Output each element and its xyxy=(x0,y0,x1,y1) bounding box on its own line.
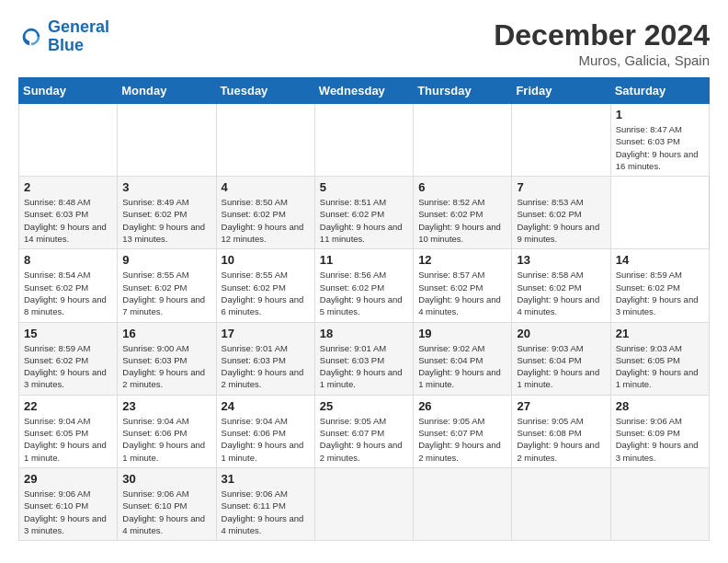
day-of-week-monday: Monday xyxy=(118,78,216,104)
calendar-table: SundayMondayTuesdayWednesdayThursdayFrid… xyxy=(18,77,710,541)
calendar-week-6: 29Sunrise: 9:06 AMSunset: 6:10 PMDayligh… xyxy=(19,467,710,540)
day-number: 8 xyxy=(24,253,112,267)
calendar-week-1: 1Sunrise: 8:47 AMSunset: 6:03 PMDaylight… xyxy=(19,104,710,177)
day-cell-2: 2Sunrise: 8:48 AMSunset: 6:03 PMDaylight… xyxy=(19,177,118,249)
day-of-week-sunday: Sunday xyxy=(19,78,118,104)
day-cell-13: 13Sunrise: 8:58 AMSunset: 6:02 PMDayligh… xyxy=(512,249,610,322)
day-info: Sunrise: 8:48 AMSunset: 6:03 PMDaylight:… xyxy=(24,196,112,245)
calendar-week-3: 8Sunrise: 8:54 AMSunset: 6:02 PMDaylight… xyxy=(19,249,710,322)
day-cell-27: 27Sunrise: 9:05 AMSunset: 6:08 PMDayligh… xyxy=(512,395,610,467)
day-number: 23 xyxy=(122,399,210,413)
day-info: Sunrise: 8:59 AMSunset: 6:02 PMDaylight:… xyxy=(24,342,112,391)
day-number: 6 xyxy=(418,180,506,194)
day-cell-7: 7Sunrise: 8:53 AMSunset: 6:02 PMDaylight… xyxy=(512,177,610,249)
day-number: 28 xyxy=(616,399,704,413)
day-info: Sunrise: 9:05 AMSunset: 6:08 PMDaylight:… xyxy=(517,415,605,464)
day-info: Sunrise: 9:06 AMSunset: 6:10 PMDaylight:… xyxy=(122,488,210,536)
day-cell-25: 25Sunrise: 9:05 AMSunset: 6:07 PMDayligh… xyxy=(314,395,413,467)
day-info: Sunrise: 9:06 AMSunset: 6:09 PMDaylight:… xyxy=(616,415,704,464)
page-header: General Blue December 2024 Muros, Galici… xyxy=(18,18,710,68)
location: Muros, Galicia, Spain xyxy=(494,52,710,68)
day-number: 12 xyxy=(418,253,506,267)
logo-icon xyxy=(18,24,44,50)
day-info: Sunrise: 8:49 AMSunset: 6:02 PMDaylight:… xyxy=(122,196,210,245)
day-cell-4: 4Sunrise: 8:50 AMSunset: 6:02 PMDaylight… xyxy=(216,177,314,249)
day-number: 11 xyxy=(320,253,408,267)
day-number: 29 xyxy=(24,472,112,486)
day-cell-1: 1Sunrise: 8:47 AMSunset: 6:03 PMDaylight… xyxy=(610,104,709,177)
day-cell-19: 19Sunrise: 9:02 AMSunset: 6:04 PMDayligh… xyxy=(414,322,512,395)
day-info: Sunrise: 8:50 AMSunset: 6:02 PMDaylight:… xyxy=(222,196,310,245)
title-block: December 2024 Muros, Galicia, Spain xyxy=(494,18,710,68)
day-cell-11: 11Sunrise: 8:56 AMSunset: 6:02 PMDayligh… xyxy=(314,249,413,322)
day-number: 26 xyxy=(418,399,506,413)
calendar-week-4: 15Sunrise: 8:59 AMSunset: 6:02 PMDayligh… xyxy=(19,322,710,395)
empty-cell xyxy=(414,104,512,177)
empty-cell xyxy=(19,104,118,177)
day-number: 15 xyxy=(24,327,112,340)
day-info: Sunrise: 9:05 AMSunset: 6:07 PMDaylight:… xyxy=(320,415,408,464)
day-cell-15: 15Sunrise: 8:59 AMSunset: 6:02 PMDayligh… xyxy=(19,322,118,395)
day-info: Sunrise: 8:51 AMSunset: 6:02 PMDaylight:… xyxy=(320,196,408,245)
day-info: Sunrise: 9:00 AMSunset: 6:03 PMDaylight:… xyxy=(122,342,210,391)
day-cell-17: 17Sunrise: 9:01 AMSunset: 6:03 PMDayligh… xyxy=(216,322,314,395)
day-number: 19 xyxy=(418,327,506,340)
empty-cell xyxy=(118,104,216,177)
day-info: Sunrise: 8:58 AMSunset: 6:02 PMDaylight:… xyxy=(517,269,605,317)
day-number: 14 xyxy=(616,253,704,267)
day-number: 24 xyxy=(222,399,310,413)
day-cell-21: 21Sunrise: 9:03 AMSunset: 6:05 PMDayligh… xyxy=(610,322,709,395)
day-info: Sunrise: 9:04 AMSunset: 6:06 PMDaylight:… xyxy=(222,415,310,464)
day-number: 22 xyxy=(24,399,112,413)
logo: General Blue xyxy=(18,18,109,55)
day-number: 30 xyxy=(122,472,210,486)
day-of-week-thursday: Thursday xyxy=(414,78,512,104)
day-number: 2 xyxy=(24,180,112,194)
day-cell-3: 3Sunrise: 8:49 AMSunset: 6:02 PMDaylight… xyxy=(118,177,216,249)
day-info: Sunrise: 9:05 AMSunset: 6:07 PMDaylight:… xyxy=(418,415,506,464)
day-cell-20: 20Sunrise: 9:03 AMSunset: 6:04 PMDayligh… xyxy=(512,322,610,395)
day-cell-10: 10Sunrise: 8:55 AMSunset: 6:02 PMDayligh… xyxy=(216,249,314,322)
calendar-week-5: 22Sunrise: 9:04 AMSunset: 6:05 PMDayligh… xyxy=(19,395,710,467)
day-number: 21 xyxy=(616,327,704,340)
day-info: Sunrise: 9:06 AMSunset: 6:10 PMDaylight:… xyxy=(24,488,112,536)
day-info: Sunrise: 8:56 AMSunset: 6:02 PMDaylight:… xyxy=(320,269,408,317)
day-number: 27 xyxy=(517,399,605,413)
day-of-week-friday: Friday xyxy=(512,78,610,104)
empty-cell xyxy=(314,104,413,177)
empty-cell xyxy=(314,467,413,540)
day-cell-22: 22Sunrise: 9:04 AMSunset: 6:05 PMDayligh… xyxy=(19,395,118,467)
day-info: Sunrise: 8:52 AMSunset: 6:02 PMDaylight:… xyxy=(418,196,506,245)
day-info: Sunrise: 8:53 AMSunset: 6:02 PMDaylight:… xyxy=(517,196,605,245)
day-cell-31: 31Sunrise: 9:06 AMSunset: 6:11 PMDayligh… xyxy=(216,467,314,540)
day-info: Sunrise: 8:54 AMSunset: 6:02 PMDaylight:… xyxy=(24,269,112,317)
day-info: Sunrise: 9:02 AMSunset: 6:04 PMDaylight:… xyxy=(418,342,506,391)
day-number: 3 xyxy=(122,180,210,194)
day-cell-12: 12Sunrise: 8:57 AMSunset: 6:02 PMDayligh… xyxy=(414,249,512,322)
empty-cell xyxy=(512,467,610,540)
day-number: 20 xyxy=(517,327,605,340)
day-number: 7 xyxy=(517,180,605,194)
month-year: December 2024 xyxy=(494,18,710,52)
day-cell-26: 26Sunrise: 9:05 AMSunset: 6:07 PMDayligh… xyxy=(414,395,512,467)
day-cell-9: 9Sunrise: 8:55 AMSunset: 6:02 PMDaylight… xyxy=(118,249,216,322)
day-number: 25 xyxy=(320,399,408,413)
day-cell-29: 29Sunrise: 9:06 AMSunset: 6:10 PMDayligh… xyxy=(19,467,118,540)
day-number: 5 xyxy=(320,180,408,194)
day-number: 16 xyxy=(122,327,210,340)
logo-text: General Blue xyxy=(48,18,109,55)
day-cell-30: 30Sunrise: 9:06 AMSunset: 6:10 PMDayligh… xyxy=(118,467,216,540)
day-info: Sunrise: 8:55 AMSunset: 6:02 PMDaylight:… xyxy=(222,269,310,317)
day-of-week-tuesday: Tuesday xyxy=(216,78,314,104)
calendar-week-2: 2Sunrise: 8:48 AMSunset: 6:03 PMDaylight… xyxy=(19,177,710,249)
day-cell-5: 5Sunrise: 8:51 AMSunset: 6:02 PMDaylight… xyxy=(314,177,413,249)
day-cell-6: 6Sunrise: 8:52 AMSunset: 6:02 PMDaylight… xyxy=(414,177,512,249)
day-cell-23: 23Sunrise: 9:04 AMSunset: 6:06 PMDayligh… xyxy=(118,395,216,467)
day-info: Sunrise: 9:03 AMSunset: 6:05 PMDaylight:… xyxy=(616,342,704,391)
day-info: Sunrise: 9:01 AMSunset: 6:03 PMDaylight:… xyxy=(222,342,310,391)
day-number: 13 xyxy=(517,253,605,267)
day-info: Sunrise: 8:47 AMSunset: 6:03 PMDaylight:… xyxy=(616,123,704,172)
day-of-week-saturday: Saturday xyxy=(610,78,709,104)
day-info: Sunrise: 8:55 AMSunset: 6:02 PMDaylight:… xyxy=(122,269,210,317)
day-info: Sunrise: 9:04 AMSunset: 6:06 PMDaylight:… xyxy=(122,415,210,464)
